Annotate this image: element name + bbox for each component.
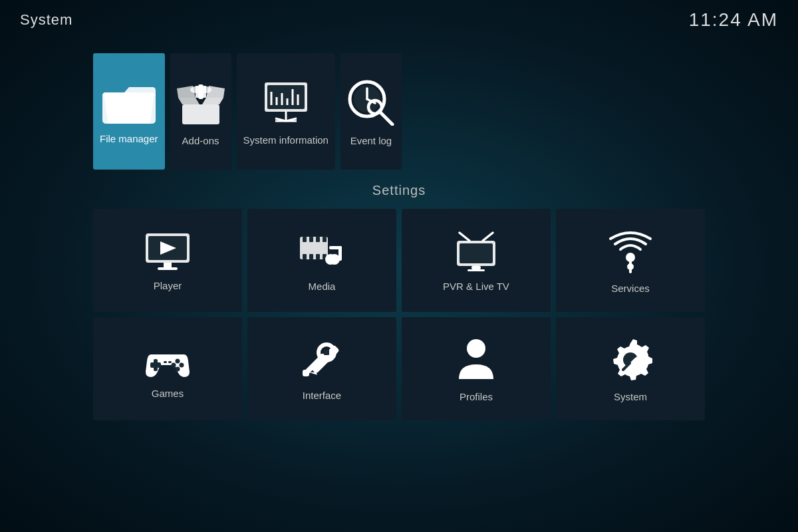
svg-line-49 [460, 233, 469, 241]
svg-rect-36 [309, 237, 313, 242]
svg-rect-67 [324, 350, 329, 355]
profiles-label: Profiles [460, 391, 493, 403]
settings-grid: Player [93, 209, 705, 420]
tile-games[interactable]: Games [93, 317, 242, 420]
clock: 11:24 AM [689, 9, 778, 31]
svg-point-61 [172, 362, 176, 367]
tile-add-ons[interactable]: Add-ons [170, 53, 231, 170]
system-information-label: System information [243, 134, 329, 146]
svg-rect-62 [164, 361, 167, 363]
tile-system-information[interactable]: System information [237, 53, 335, 170]
media-icon [299, 231, 345, 271]
tile-interface[interactable]: Interface [247, 317, 396, 420]
player-icon [144, 232, 191, 271]
svg-point-60 [176, 366, 180, 371]
svg-rect-2 [182, 104, 219, 124]
games-label: Games [152, 388, 184, 400]
svg-line-50 [483, 233, 493, 241]
svg-point-9 [190, 86, 201, 93]
page-title: System [20, 11, 72, 29]
svg-rect-40 [309, 254, 313, 259]
main-content: File manager [0, 40, 798, 532]
svg-rect-52 [467, 269, 485, 271]
svg-rect-32 [164, 263, 172, 267]
tile-pvr-live-tv[interactable]: PVR & Live TV [402, 209, 551, 312]
file-manager-icon [102, 80, 156, 124]
svg-rect-48 [460, 243, 493, 263]
tile-media[interactable]: Media [247, 209, 396, 312]
svg-point-10 [201, 86, 211, 93]
svg-line-27 [380, 112, 392, 124]
pvr-live-tv-icon [453, 231, 499, 271]
svg-point-59 [180, 362, 184, 367]
svg-point-46 [325, 254, 336, 265]
svg-point-58 [176, 358, 180, 363]
svg-marker-4 [202, 98, 223, 104]
svg-rect-41 [316, 254, 320, 259]
svg-rect-33 [158, 267, 178, 270]
svg-rect-57 [150, 362, 161, 368]
pvr-live-tv-label: PVR & Live TV [443, 281, 509, 293]
services-label: Services [611, 283, 650, 295]
tile-services[interactable]: Services [556, 209, 705, 312]
system-information-icon [262, 80, 310, 125]
svg-rect-39 [303, 254, 307, 259]
interface-icon [301, 339, 342, 380]
event-log-icon [347, 79, 395, 126]
file-manager-label: File manager [100, 133, 158, 145]
settings-label: Settings [372, 183, 426, 198]
event-log-label: Event log [350, 135, 392, 147]
services-icon [608, 229, 652, 273]
tile-player[interactable]: Player [93, 209, 242, 312]
svg-rect-51 [471, 266, 481, 269]
svg-rect-37 [316, 237, 320, 242]
svg-rect-38 [323, 237, 327, 242]
media-label: Media [309, 281, 336, 293]
svg-rect-12 [267, 85, 305, 109]
svg-point-55 [627, 263, 634, 270]
tile-file-manager[interactable]: File manager [93, 53, 165, 170]
svg-rect-63 [168, 361, 172, 363]
system-label: System [614, 391, 647, 403]
tile-system[interactable]: System [556, 317, 705, 420]
svg-rect-45 [329, 246, 342, 249]
profiles-icon [456, 338, 496, 382]
games-icon [144, 341, 191, 378]
svg-point-53 [626, 253, 635, 262]
add-ons-label: Add-ons [182, 135, 219, 147]
top-row: File manager [93, 53, 705, 170]
top-bar: System 11:24 AM [0, 0, 798, 40]
svg-point-69 [467, 339, 485, 358]
player-label: Player [154, 280, 182, 292]
add-ons-icon [177, 79, 225, 126]
system-icon [608, 338, 652, 382]
interface-label: Interface [303, 390, 341, 402]
svg-marker-3 [178, 98, 200, 104]
svg-rect-35 [303, 237, 307, 242]
tile-profiles[interactable]: Profiles [402, 317, 551, 420]
tile-event-log[interactable]: Event log [340, 53, 402, 170]
svg-rect-68 [303, 370, 309, 376]
